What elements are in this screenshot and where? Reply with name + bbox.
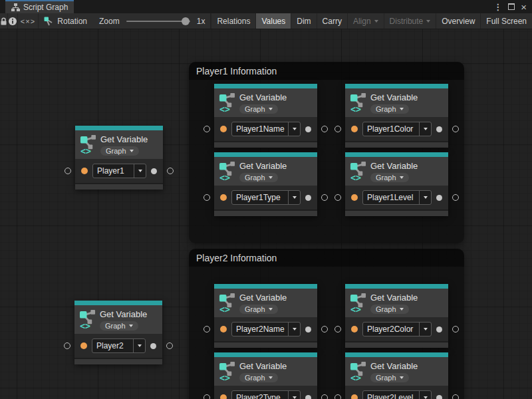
node-get-variable-player2[interactable]: <> Get Variable Graph Player2 (74, 301, 162, 364)
scope-dropdown[interactable]: Graph (239, 373, 278, 382)
value-output-port-icon[interactable] (436, 395, 442, 399)
toolbar-button-distribute[interactable]: Distribute (384, 13, 436, 29)
zoom-slider-handle[interactable] (182, 17, 190, 25)
left-connection-port[interactable] (203, 126, 210, 132)
group-header[interactable]: Player2 Information (189, 249, 464, 267)
variable-dropdown-arrow[interactable] (419, 122, 431, 136)
right-connection-port[interactable] (321, 326, 328, 332)
scope-dropdown[interactable]: Graph (370, 173, 409, 182)
variable-dropdown-arrow[interactable] (288, 391, 300, 399)
toolbar-button-carry[interactable]: Carry (317, 13, 347, 29)
value-output-port-icon[interactable] (305, 195, 311, 201)
graph-canvas[interactable]: Player1 Information Player2 Information … (0, 29, 532, 399)
node-get-variable-player1level[interactable]: <> Get Variable Graph Player1Level (345, 152, 448, 216)
variable-input-port-icon[interactable] (81, 168, 88, 174)
variable-input-port-icon[interactable] (220, 126, 227, 132)
right-connection-port[interactable] (321, 194, 328, 201)
node-get-variable-player2color[interactable]: <> Get Variable Graph Player2Color (345, 284, 448, 348)
variable-input-port-icon[interactable] (80, 342, 87, 349)
toolbar-button-align[interactable]: Align (347, 13, 384, 29)
right-connection-port[interactable] (167, 168, 174, 174)
variable-input-port-icon[interactable] (220, 194, 227, 201)
variable-dropdown[interactable]: Player2Type (231, 390, 301, 399)
variable-dropdown[interactable]: Player1 (92, 164, 146, 178)
scope-dropdown[interactable]: Graph (239, 173, 278, 182)
variable-input-port-icon[interactable] (351, 126, 358, 132)
toolbar-button-values[interactable]: Values (255, 13, 291, 29)
left-connection-port[interactable] (65, 168, 71, 174)
toolbar-button-relations[interactable]: Relations (211, 13, 255, 29)
variable-input-port-icon[interactable] (351, 326, 358, 332)
variable-input-port-icon[interactable] (220, 394, 227, 399)
code-view-button[interactable]: <×> (18, 13, 39, 29)
variable-dropdown[interactable]: Player1Color (362, 122, 432, 136)
maximize-icon[interactable] (508, 3, 515, 11)
left-connection-port[interactable] (334, 194, 341, 201)
toolbar-button-overview[interactable]: Overview (436, 13, 480, 29)
node-get-variable-player1[interactable]: <> Get Variable Graph Player1 (75, 126, 163, 190)
toolbar-button-full-screen[interactable]: Full Screen (480, 13, 532, 29)
node-get-variable-player2name[interactable]: <> Get Variable Graph Player2Name (214, 284, 317, 348)
right-connection-port[interactable] (321, 126, 328, 132)
variable-dropdown-arrow[interactable] (419, 323, 431, 336)
variable-dropdown[interactable]: Player2 (92, 338, 146, 353)
value-output-port-icon[interactable] (305, 327, 311, 332)
node-get-variable-player1name[interactable]: <> Get Variable Graph Player1Name (214, 84, 317, 148)
right-connection-port[interactable] (321, 394, 328, 399)
info-button[interactable] (8, 13, 18, 29)
right-connection-port[interactable] (452, 126, 459, 132)
value-output-port-icon[interactable] (305, 395, 311, 399)
variable-dropdown-arrow[interactable] (419, 191, 431, 204)
value-output-port-icon[interactable] (305, 126, 311, 132)
variable-dropdown-arrow[interactable] (288, 323, 300, 336)
left-connection-port[interactable] (64, 342, 70, 349)
left-connection-port[interactable] (203, 394, 210, 399)
scope-dropdown[interactable]: Graph (239, 305, 278, 314)
left-connection-port[interactable] (203, 194, 210, 201)
scope-dropdown[interactable]: Graph (370, 373, 409, 382)
right-connection-port[interactable] (452, 394, 459, 399)
variable-input-port-icon[interactable] (220, 326, 227, 332)
variable-dropdown[interactable]: Player2Name (231, 322, 301, 336)
value-output-port-icon[interactable] (436, 327, 442, 332)
value-output-port-icon[interactable] (436, 195, 442, 201)
scope-dropdown[interactable]: Graph (370, 104, 409, 114)
right-connection-port[interactable] (452, 194, 459, 201)
lock-button[interactable] (0, 13, 8, 29)
left-connection-port[interactable] (334, 126, 341, 132)
scope-dropdown[interactable]: Graph (100, 146, 139, 156)
variable-dropdown-arrow[interactable] (134, 164, 146, 178)
node-get-variable-player1color[interactable]: <> Get Variable Graph Player1Color (345, 84, 448, 148)
node-get-variable-player2type[interactable]: <> Get Variable Graph Player2Type (214, 352, 317, 399)
variable-dropdown[interactable]: Player1Level (362, 190, 432, 205)
left-connection-port[interactable] (203, 326, 210, 332)
group-header[interactable]: Player1 Information (189, 62, 464, 80)
right-connection-port[interactable] (166, 342, 173, 349)
node-get-variable-player1type[interactable]: <> Get Variable Graph Player1Type (214, 152, 317, 216)
toolbar-button-dim[interactable]: Dim (291, 13, 316, 29)
variable-dropdown-arrow[interactable] (133, 339, 145, 352)
scope-dropdown[interactable]: Graph (100, 321, 138, 331)
variable-input-port-icon[interactable] (351, 394, 358, 399)
close-icon[interactable]: × (521, 2, 527, 12)
tab-script-graph[interactable]: Script Graph (5, 0, 74, 13)
more-menu-icon[interactable]: ⋮ (493, 3, 502, 11)
variable-input-port-icon[interactable] (351, 194, 358, 201)
right-connection-port[interactable] (452, 326, 459, 332)
zoom-slider[interactable] (126, 21, 190, 22)
variable-dropdown[interactable]: Player1Type (231, 190, 301, 205)
variable-dropdown[interactable]: Player1Name (231, 122, 301, 136)
variable-dropdown[interactable]: Player2Level (362, 390, 432, 399)
node-get-variable-player2level[interactable]: <> Get Variable Graph Player2Level (345, 352, 448, 399)
value-output-port-icon[interactable] (436, 126, 442, 132)
value-output-port-icon[interactable] (150, 343, 156, 349)
scope-dropdown[interactable]: Graph (239, 104, 278, 114)
variable-dropdown-arrow[interactable] (419, 391, 431, 399)
variable-dropdown-arrow[interactable] (288, 191, 300, 204)
value-output-port-icon[interactable] (151, 168, 157, 174)
variable-dropdown[interactable]: Player2Color (362, 322, 432, 336)
variable-dropdown-arrow[interactable] (288, 122, 300, 136)
left-connection-port[interactable] (334, 394, 341, 399)
scope-dropdown[interactable]: Graph (370, 305, 409, 314)
left-connection-port[interactable] (334, 326, 341, 332)
